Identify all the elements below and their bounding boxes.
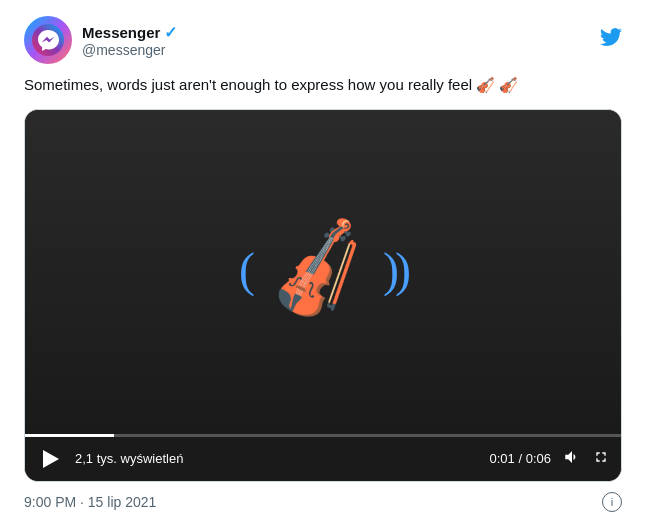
view-count: 2,1 tys. wyświetleń bbox=[75, 451, 183, 466]
progress-track[interactable] bbox=[25, 434, 621, 437]
volume-icon[interactable] bbox=[563, 448, 581, 470]
svg-point-0 bbox=[32, 24, 64, 56]
sound-wave-animation: ( 🎻 )) bbox=[239, 223, 407, 317]
verified-badge: ✓ bbox=[164, 23, 177, 42]
controls-right: 0:01 / 0:06 bbox=[490, 448, 609, 470]
author-info: Messenger ✓ @messenger bbox=[82, 23, 177, 58]
tweet-meta: 9:00 PM · 15 lip 2021 i bbox=[24, 492, 622, 512]
tweet-author: Messenger ✓ @messenger bbox=[24, 16, 177, 64]
author-handle: @messenger bbox=[82, 42, 177, 58]
progress-bar-container[interactable] bbox=[25, 430, 621, 437]
play-button[interactable] bbox=[37, 445, 65, 473]
twitter-bird-icon bbox=[600, 26, 622, 54]
time-current: 0:01 bbox=[490, 451, 515, 466]
play-icon bbox=[43, 450, 59, 468]
avatar bbox=[24, 16, 72, 64]
tweet-timestamp: 9:00 PM · 15 lip 2021 bbox=[24, 494, 156, 510]
violin-emoji: 🎻 bbox=[257, 211, 378, 328]
wave-right-icon: )) bbox=[383, 248, 407, 291]
controls-left: 2,1 tys. wyświetleń bbox=[37, 445, 183, 473]
author-name: Messenger ✓ bbox=[82, 23, 177, 42]
progress-fill bbox=[25, 434, 114, 437]
time-total: 0:06 bbox=[526, 451, 551, 466]
fullscreen-icon[interactable] bbox=[593, 449, 609, 469]
tweet-card: Messenger ✓ @messenger Sometimes, words … bbox=[24, 16, 622, 512]
video-controls: 2,1 tys. wyświetleń 0:01 / 0:06 bbox=[25, 437, 621, 481]
author-name-text: Messenger bbox=[82, 24, 160, 41]
tweet-header: Messenger ✓ @messenger bbox=[24, 16, 622, 64]
video-content: ( 🎻 )) bbox=[25, 110, 621, 430]
wave-left-icon: ( bbox=[239, 248, 251, 291]
tweet-text: Sometimes, words just aren't enough to e… bbox=[24, 74, 622, 97]
video-player[interactable]: ( 🎻 )) 2,1 tys. wyświetleń bbox=[24, 109, 622, 482]
info-button[interactable]: i bbox=[602, 492, 622, 512]
time-display: 0:01 / 0:06 bbox=[490, 451, 551, 466]
